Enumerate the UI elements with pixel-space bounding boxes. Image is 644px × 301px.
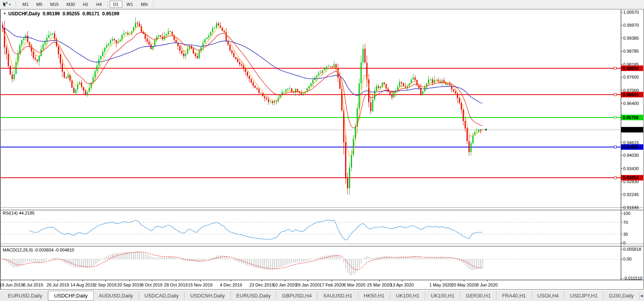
candle-body (8, 54, 9, 66)
candle-body (258, 89, 260, 93)
timeframe-button-w1[interactable]: W1 (123, 1, 137, 8)
candle-body (463, 110, 464, 121)
candle-body (199, 51, 200, 58)
timeframe-button-m30[interactable]: M30 (63, 1, 78, 8)
bottom-tab-usdchf-daily[interactable]: USDCHF,Daily (48, 291, 93, 301)
candle-body (75, 89, 76, 93)
candle-body (253, 83, 254, 86)
candle-body (308, 86, 310, 88)
date-tick-label: 23 Dec 2019 (249, 283, 274, 287)
candle-body (60, 54, 61, 63)
bottom-tab-usdjpy-h1[interactable]: USDJPY,H1 (565, 292, 603, 300)
candle-body (6, 47, 7, 54)
toolbar-grip[interactable] (15, 1, 17, 7)
candle-body (360, 62, 362, 83)
level-chip-label: 0.95758 (623, 115, 638, 120)
bottom-tab-eurusd-daily[interactable]: EURUSD,Daily (2, 292, 48, 300)
chart-tab-bar: EURUSD,DailyUSDCHF,DailyAUDUSD,DailyUSDC… (0, 290, 644, 301)
candle-body (156, 37, 157, 40)
candle-body (283, 92, 284, 92)
bottom-tab-uk100-h1[interactable]: UK100,H1 (425, 292, 460, 300)
candle-body (241, 64, 242, 66)
candle-body (328, 66, 329, 67)
bottom-tab-eurusd-daily[interactable]: EURUSD,Daily (231, 292, 277, 300)
candle-body (206, 37, 207, 39)
top-toolbar: ▾ M1M5M15M30H1H4D1W1MN (0, 0, 644, 9)
price-tick-label: 1.00570 (623, 10, 639, 15)
price-tick-label: 0.99385 (623, 36, 639, 40)
candle-body (87, 92, 88, 95)
bottom-tab-usdcnh-daily[interactable]: USDCNH,Daily (185, 292, 231, 300)
level-drag-handle[interactable] (614, 67, 616, 70)
candle-body (285, 90, 286, 92)
candle-body (413, 77, 414, 79)
bottom-tab-dj30-daily[interactable]: DJ30,Daily (603, 292, 640, 300)
tab-scroll-left-icon[interactable]: ◄ (640, 294, 644, 298)
bottom-tab-xauusd-h1[interactable]: XAUUSD,H1 (317, 292, 358, 300)
timeframe-button-m1[interactable]: M1 (19, 1, 32, 8)
candle-body (274, 101, 275, 103)
timeframe-button-m5[interactable]: M5 (33, 1, 46, 8)
candle-body (137, 23, 138, 24)
bottom-tab-usdcad-daily[interactable]: USDCAD,Daily (139, 292, 185, 300)
level-drag-handle[interactable] (614, 94, 616, 96)
candle-body (471, 143, 472, 152)
date-tick-label: 8 Jul 2019 (23, 283, 43, 287)
candle-body (52, 33, 53, 34)
timeframe-button-h4[interactable]: H4 (92, 1, 105, 8)
candle-body (110, 40, 111, 44)
timeframe-button-mn[interactable]: MN (137, 1, 151, 8)
candle-body (455, 92, 456, 94)
bottom-tab-ger30-h1[interactable]: GER30,H1 (460, 292, 496, 300)
candle-body (71, 81, 72, 88)
candle-body (175, 40, 177, 43)
timeframe-button-m15[interactable]: M15 (47, 1, 62, 8)
candle-body (459, 98, 460, 103)
bottom-tab-usoil-h4[interactable]: USOil,H4 (532, 292, 565, 300)
level-chip-label: 0.96803 (623, 92, 638, 97)
level-drag-handle[interactable] (614, 116, 616, 119)
cursor-tool-icon[interactable] (1, 1, 9, 8)
candle-body (39, 56, 40, 62)
date-tick-label: 6 Mar 2020 (343, 283, 365, 287)
collapse-triangle-icon[interactable]: ▼ (3, 12, 6, 15)
candle-body (476, 132, 477, 132)
bottom-tab-gbpusd-h4[interactable]: GBPUSD,H4 (277, 292, 317, 300)
candle-body (27, 35, 28, 42)
rsi-line (30, 220, 483, 240)
macd-tick-label: 0.00 (623, 257, 631, 261)
candle-body (158, 35, 159, 37)
candle-body (326, 67, 327, 69)
rsi-tick-label: 70 (623, 220, 628, 225)
bottom-tab-audusd-daily[interactable]: AUDUSD,Daily (93, 292, 139, 300)
candle-body (430, 79, 431, 80)
date-tick-label: 4 Dec 2019 (220, 283, 242, 287)
candle-body (389, 92, 391, 94)
candle-body (320, 73, 321, 73)
bottom-tab-hk50-h1[interactable]: HK50,H1 (358, 292, 391, 300)
timeframe-button-d1[interactable]: D1 (110, 1, 122, 8)
candle-body (303, 94, 304, 94)
candle-body (318, 73, 319, 75)
candle-body (260, 93, 262, 94)
candle-body (461, 103, 462, 110)
candle-body (203, 43, 204, 47)
chart-window: 1.005700.999700.993850.987850.981850.976… (0, 9, 644, 290)
dropdown-caret-icon[interactable]: ▾ (9, 3, 13, 6)
timeframe-button-h1[interactable]: H1 (79, 1, 92, 8)
candle-body (98, 59, 100, 66)
candle-body (378, 86, 379, 88)
ohlc-low: 0.95171 (82, 11, 99, 17)
bottom-tab-fra40-h1[interactable]: FRA40,H1 (496, 292, 532, 300)
level-drag-handle[interactable] (614, 176, 616, 179)
candle-body (428, 79, 429, 83)
date-tick-label: 25 Mar 2020 (367, 283, 391, 287)
candlestick-chart[interactable]: 1.005700.999700.993850.987850.981850.976… (1, 9, 643, 289)
date-tick-label: 9 Oct 2019 (141, 283, 162, 287)
bottom-tab-uk100-h1[interactable]: UK100,H1 (390, 292, 425, 300)
candle-body (104, 48, 105, 51)
price-tick-label: 0.94615 (623, 140, 639, 145)
level-drag-handle[interactable] (614, 146, 616, 148)
candle-body (401, 82, 402, 83)
candle-body (66, 77, 67, 78)
